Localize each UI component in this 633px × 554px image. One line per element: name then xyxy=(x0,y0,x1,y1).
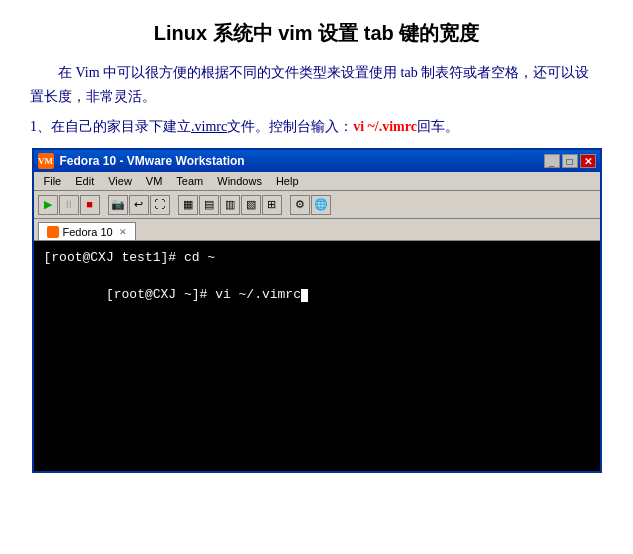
view-icon-4: ▧ xyxy=(246,199,256,210)
revert-icon: ↩ xyxy=(134,199,143,210)
menu-vm[interactable]: VM xyxy=(140,174,169,188)
extra-toolbar-buttons2[interactable]: ⚙ 🌐 xyxy=(290,195,331,215)
terminal-cursor xyxy=(301,289,308,302)
extra-toolbar-buttons[interactable]: 📷 ↩ ⛶ xyxy=(108,195,170,215)
vmware-logo-icon: VM xyxy=(38,153,54,169)
vmware-title-text: Fedora 10 - VMware Workstation xyxy=(60,154,245,168)
vmware-window: VM Fedora 10 - VMware Workstation _ □ ✕ … xyxy=(32,148,602,473)
minimize-button[interactable]: _ xyxy=(544,154,560,168)
pause-icon: ⏸ xyxy=(63,199,74,210)
settings-icon: ⚙ xyxy=(295,199,305,210)
title-left: VM Fedora 10 - VMware Workstation xyxy=(38,153,245,169)
vmware-toolbar: ▶ ⏸ ■ 📷 ↩ ⛶ xyxy=(34,191,600,219)
tab-close-icon[interactable]: ✕ xyxy=(119,227,127,237)
view-icon-5: ⊞ xyxy=(267,199,276,210)
window-controls[interactable]: _ □ ✕ xyxy=(544,154,596,168)
power-icon: ▶ xyxy=(44,199,52,210)
vmware-tabbar: Fedora 10 ✕ xyxy=(34,219,600,241)
vmware-menubar: File Edit View VM Team Windows Help xyxy=(34,172,600,191)
menu-windows[interactable]: Windows xyxy=(211,174,268,188)
stop-icon: ■ xyxy=(86,199,93,210)
settings-button[interactable]: ⚙ xyxy=(290,195,310,215)
step1-file: .vimrc xyxy=(191,119,227,134)
pause-button[interactable]: ⏸ xyxy=(59,195,79,215)
view-icon-3: ▥ xyxy=(225,199,235,210)
view-icon-1: ▦ xyxy=(183,199,193,210)
step1-code: vi ~/.vimrc xyxy=(353,119,417,134)
view-btn-5[interactable]: ⊞ xyxy=(262,195,282,215)
fedora-tab-icon xyxy=(47,226,59,238)
fullscreen-icon: ⛶ xyxy=(154,199,165,210)
snapshot-button[interactable]: 📷 xyxy=(108,195,128,215)
step1-middle: 文件。控制台输入： xyxy=(227,119,353,134)
step1-suffix: 回车。 xyxy=(417,119,459,134)
page-container: Linux 系统中 vim 设置 tab 键的宽度 在 Vim 中可以很方便的根… xyxy=(0,0,633,493)
view-icon-2: ▤ xyxy=(204,199,214,210)
intro-paragraph: 在 Vim 中可以很方便的根据不同的文件类型来设置使用 tab 制表符或者空格，… xyxy=(30,61,603,109)
terminal-line-1: [root@CXJ test1]# cd ~ xyxy=(44,249,590,267)
intro-text: 在 Vim 中可以很方便的根据不同的文件类型来设置使用 tab 制表符或者空格，… xyxy=(30,65,589,104)
close-button[interactable]: ✕ xyxy=(580,154,596,168)
view-btn-1[interactable]: ▦ xyxy=(178,195,198,215)
menu-file[interactable]: File xyxy=(38,174,68,188)
vmware-titlebar[interactable]: VM Fedora 10 - VMware Workstation _ □ ✕ xyxy=(34,150,600,172)
menu-edit[interactable]: Edit xyxy=(69,174,100,188)
page-title: Linux 系统中 vim 设置 tab 键的宽度 xyxy=(30,20,603,47)
terminal-line-2-text: [root@CXJ ~]# vi ~/.vimrc xyxy=(106,287,301,302)
step1-prefix: 1、在自己的家目录下建立 xyxy=(30,119,191,134)
view-btn-2[interactable]: ▤ xyxy=(199,195,219,215)
power-button[interactable]: ▶ xyxy=(38,195,58,215)
view-btn-4[interactable]: ▧ xyxy=(241,195,261,215)
terminal-area[interactable]: [root@CXJ test1]# cd ~ [root@CXJ ~]# vi … xyxy=(34,241,600,471)
view-toolbar-buttons[interactable]: ▦ ▤ ▥ ▧ ⊞ xyxy=(178,195,282,215)
stop-button[interactable]: ■ xyxy=(80,195,100,215)
menu-team[interactable]: Team xyxy=(170,174,209,188)
maximize-button[interactable]: □ xyxy=(562,154,578,168)
snapshot-icon: 📷 xyxy=(111,199,125,210)
step1-line: 1、在自己的家目录下建立.vimrc文件。控制台输入：vi ~/.vimrc回车… xyxy=(30,115,603,139)
menu-view[interactable]: View xyxy=(102,174,138,188)
network-icon: 🌐 xyxy=(314,199,328,210)
fedora-tab[interactable]: Fedora 10 ✕ xyxy=(38,222,136,240)
playback-controls[interactable]: ▶ ⏸ ■ xyxy=(38,195,100,215)
terminal-line-2: [root@CXJ ~]# vi ~/.vimrc xyxy=(44,268,590,323)
fedora-tab-label: Fedora 10 xyxy=(63,226,113,238)
network-button[interactable]: 🌐 xyxy=(311,195,331,215)
fullscreen-button[interactable]: ⛶ xyxy=(150,195,170,215)
menu-help[interactable]: Help xyxy=(270,174,305,188)
view-btn-3[interactable]: ▥ xyxy=(220,195,240,215)
revert-button[interactable]: ↩ xyxy=(129,195,149,215)
